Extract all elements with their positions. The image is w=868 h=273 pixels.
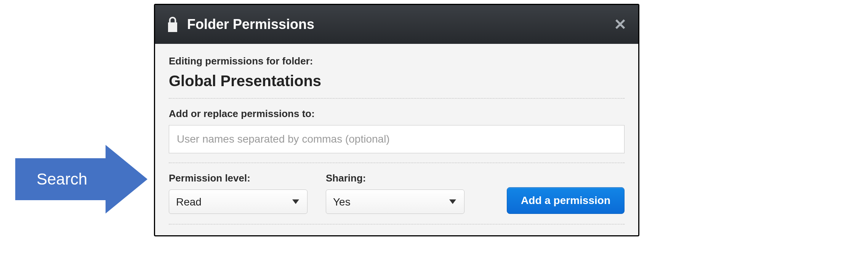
dialog-title: Folder Permissions [187, 16, 614, 32]
callout-label: Search [15, 158, 106, 200]
folder-permissions-dialog: Folder Permissions ✕ Editing permissions… [154, 4, 639, 236]
permission-level-select[interactable]: Read [169, 189, 307, 214]
permission-level-label: Permission level: [169, 172, 307, 184]
sharing-select[interactable]: Yes [326, 189, 464, 214]
divider [169, 224, 625, 225]
divider [169, 162, 625, 163]
add-permission-button[interactable]: Add a permission [507, 187, 625, 214]
divider [169, 98, 625, 99]
dialog-titlebar: Folder Permissions ✕ [155, 5, 638, 44]
lock-icon [167, 17, 179, 32]
close-icon[interactable]: ✕ [614, 17, 627, 32]
dialog-body: Editing permissions for folder: Global P… [155, 44, 638, 235]
add-replace-label: Add or replace permissions to: [169, 108, 625, 120]
user-names-input[interactable] [169, 125, 625, 153]
sharing-label: Sharing: [326, 172, 464, 184]
search-callout-arrow: Search [15, 145, 147, 214]
editing-label: Editing permissions for folder: [169, 55, 625, 67]
folder-name: Global Presentations [169, 72, 625, 90]
arrow-right-icon [106, 145, 147, 214]
